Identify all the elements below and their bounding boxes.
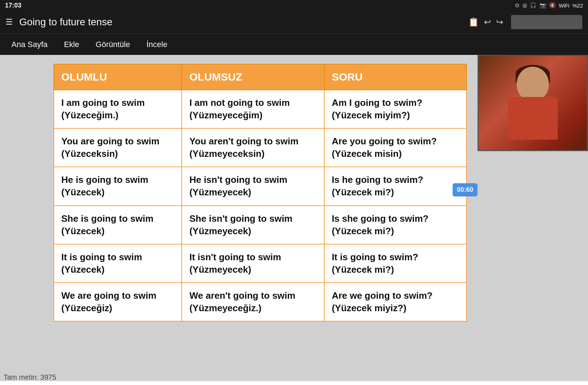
table-container: OLUMLU OLUMSUZ SORU I am going to swim (… [53,60,467,322]
cell-olumsuz-3: She isn't going to swim (Yüzmeyecek) [182,206,324,244]
header-olumlu: OLUMLU [54,64,182,90]
table-row: You are going to swim (Yüzeceksin)You ar… [54,128,466,167]
cell-olumsuz-2: He isn't going to swim (Yüzmeyecek) [182,167,324,205]
circle-icon: ◎ [522,2,527,9]
table-row: I am going to swim (Yüzeceğim.)I am not … [54,90,466,128]
table-row: He is going to swim (Yüzecek)He isn't go… [54,167,466,205]
mute-icon: 🔇 [549,2,556,9]
cell-olumlu-0: I am going to swim (Yüzeceğim.) [54,90,182,128]
cell-olumlu-5: We are going to swim (Yüzeceğiz) [54,283,182,321]
cell-olumlu-1: You are going to swim (Yüzeceksin) [54,128,182,167]
nav-item-incele[interactable]: İncele [140,38,174,51]
cell-olumsuz-5: We aren't going to swim (Yüzmeyeceğiz.) [182,283,324,321]
menu-icon[interactable]: ☰ [6,17,13,27]
video-feed [479,56,587,150]
cell-soru-5: Are we going to swim? (Yüzecek miyiz?) [324,283,466,321]
undo-icon[interactable]: ↩ [484,17,491,27]
toolbar-icons: 📋 ↩ ↪ [468,15,582,29]
cell-soru-3: Is she going to swim? (Yüzecek mi?) [324,206,466,244]
headphone-icon: 🎧 [530,2,537,9]
nav-item-ana-sayfa[interactable]: Ana Sayfa [5,38,54,51]
cell-olumlu-4: It is going to swim (Yüzecek) [54,244,182,283]
nav-item-goruntule[interactable]: Görüntüle [89,38,136,51]
cell-soru-0: Am I going to swim? (Yüzecek miyim?) [324,90,466,128]
camera-icon: 📷 [540,2,546,9]
battery-text: %22 [572,2,583,9]
wifi-icon: WiFi [559,2,569,9]
person-body [508,97,558,140]
person-face [517,67,549,101]
status-icons: ⊙ ◎ 🎧 📷 🔇 WiFi %22 [515,2,583,9]
cell-soru-1: Are you going to swim? (Yüzecek misin) [324,128,466,167]
clipboard-icon[interactable]: 📋 [468,17,479,27]
status-bar: 17:03 ⊙ ◎ 🎧 📷 🔇 WiFi %22 [0,0,588,11]
cell-olumsuz-1: You aren't going to swim (Yüzmeyeceksin) [182,128,324,167]
search-bar[interactable] [511,15,582,29]
cell-olumsuz-4: It isn't going to swim (Yüzmeyecek) [182,244,324,283]
navbar: Ana Sayfa Ekle Görüntüle İncele [0,34,588,55]
header-olumsuz: OLUMSUZ [182,64,324,90]
footer-text: Tam metin: 3975 [4,373,56,381]
cell-soru-2: Is he going to swim? (Yüzecek mi?) [324,167,466,205]
status-time: 17:03 [5,2,21,9]
video-overlay [478,55,588,151]
cell-olumlu-2: He is going to swim (Yüzecek) [54,167,182,205]
main-content: OLUMLU OLUMSUZ SORU I am going to swim (… [0,55,588,381]
grammar-table: OLUMLU OLUMSUZ SORU I am going to swim (… [53,64,467,322]
cell-soru-4: It is going to swim? (Yüzecek mi?) [324,244,466,283]
cell-olumlu-3: She is going to swim (Yüzecek) [54,206,182,244]
timer-badge: 00:60 [453,183,478,196]
table-row: She is going to swim (Yüzecek)She isn't … [54,206,466,244]
app-title: Going to future tense [19,16,462,28]
nav-item-ekle[interactable]: Ekle [58,38,86,51]
redo-icon[interactable]: ↪ [496,17,503,27]
cell-olumsuz-0: I am not going to swim (Yüzmeyeceğim) [182,90,324,128]
person-figure [479,56,587,150]
header-soru: SORU [324,64,466,90]
cast-icon: ⊙ [515,2,520,9]
table-row: It is going to swim (Yüzecek)It isn't go… [54,244,466,283]
table-row: We are going to swim (Yüzeceğiz)We aren'… [54,283,466,321]
title-bar: ☰ Going to future tense 📋 ↩ ↪ [0,11,588,34]
